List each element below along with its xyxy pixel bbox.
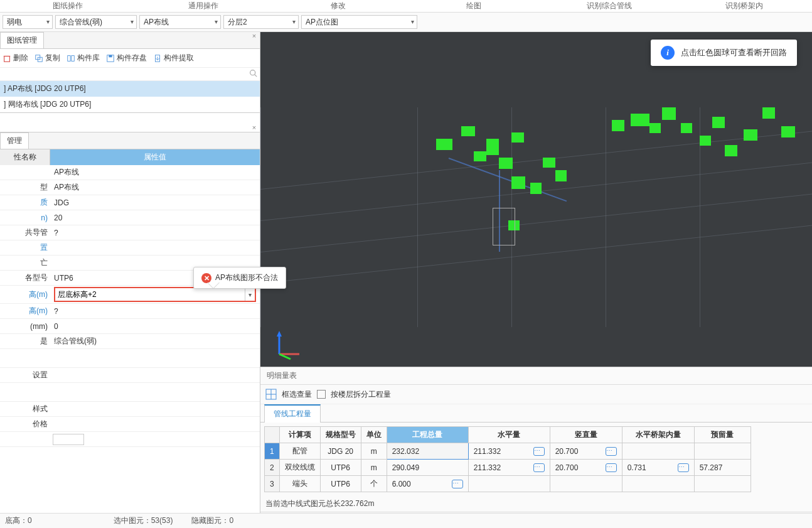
quantity-table: 计算项 规格型号 单位 工程总量 水平量 竖直量 水平桥架内量 预留量 1 配管 <box>264 426 751 492</box>
chevron-down-icon[interactable]: ▾ <box>245 288 255 301</box>
prop-value[interactable]: 综合管线(弱) <box>50 335 260 348</box>
col-total[interactable]: 工程总量 <box>387 427 468 443</box>
col-calc-item[interactable]: 计算项 <box>279 427 320 443</box>
svg-point-9 <box>250 70 255 75</box>
col-spec[interactable]: 规格型号 <box>320 427 361 443</box>
error-tooltip: ✕ AP布线图形不合法 <box>193 267 286 289</box>
prop-name: 是 <box>0 335 50 348</box>
prop-name-end-elev: 高(m) <box>0 304 50 318</box>
prop-name: 各型号 <box>0 271 50 284</box>
prop-name: 型 <box>0 181 50 194</box>
ribbon-tab[interactable]: 图纸操作 <box>0 0 136 12</box>
prop-value[interactable] <box>50 423 260 426</box>
prop-name: 置 <box>0 241 50 254</box>
ribbon-tab[interactable]: 识别综合管线 <box>542 0 677 12</box>
split-floor-label: 按楼层拆分工程量 <box>331 389 391 400</box>
col-reserve[interactable]: 预留量 <box>694 427 751 443</box>
prop-value[interactable] <box>50 262 260 264</box>
header-name: 性名称 <box>0 149 50 165</box>
filter-drawing[interactable]: AP点位图 <box>301 15 417 29</box>
search-input[interactable] <box>0 68 260 81</box>
empty-edit-box[interactable] <box>53 434 84 445</box>
filter-component[interactable]: AP布线 <box>139 15 221 29</box>
list-item[interactable]: ] AP布线 [JDG 20 UTP6] <box>0 81 260 97</box>
elevation-input[interactable]: ▾ <box>54 287 256 302</box>
prop-value[interactable]: AP布线 <box>50 166 260 179</box>
prop-name-start-elev: 高(m) <box>0 288 50 301</box>
tab-drawing-manage[interactable]: 图纸管理 <box>0 32 44 48</box>
table-row[interactable]: 1 配管 JDG 20 m 232.032 211.332⋯ 20.700⋯ <box>265 443 751 460</box>
prop-name <box>0 171 50 174</box>
corner-cell[interactable] <box>265 427 280 443</box>
col-vertical[interactable]: 竖直量 <box>550 427 622 443</box>
property-rows: AP布线 型AP布线 质JDG n)20 共导管? 置 亡 各型号UTP6 高(… <box>0 165 260 447</box>
prop-value[interactable] <box>50 247 260 249</box>
component-extract-button[interactable]: 构件提取 <box>153 53 194 63</box>
svg-rect-7 <box>109 55 112 57</box>
col-bridge[interactable]: 水平桥架内量 <box>622 427 694 443</box>
prop-value[interactable] <box>50 374 260 377</box>
ribbon-tab[interactable]: 通用操作 <box>136 0 271 12</box>
prop-value[interactable] <box>50 408 260 411</box>
svg-line-10 <box>255 75 257 77</box>
ribbon-tab[interactable]: 识别桥架内 <box>676 0 812 12</box>
close-icon[interactable]: × <box>250 124 259 132</box>
prop-name: 共导管 <box>0 226 50 239</box>
detail-title: 明细量表 <box>260 367 812 385</box>
component-lib-button[interactable]: 构件库 <box>67 53 100 63</box>
component-toolbar: 删除 复制 构件库 构件存盘 构件提取 <box>0 49 260 68</box>
more-icon[interactable]: ⋯ <box>606 447 617 456</box>
error-icon: ✕ <box>201 273 211 283</box>
col-unit[interactable]: 单位 <box>361 427 387 443</box>
split-floor-checkbox[interactable] <box>317 390 326 399</box>
prop-value[interactable]: ? <box>50 306 260 317</box>
prop-value[interactable]: AP布线 <box>50 181 260 194</box>
table-row[interactable]: 2 双绞线缆 UTP6 m 290.049 211.332⋯ 20.700⋯ 0… <box>265 460 751 476</box>
prop-name: 设置 <box>0 369 50 382</box>
svg-rect-5 <box>72 55 74 61</box>
viewport-hint: i 点击红色圆球可查看断开回路 <box>651 40 797 66</box>
svg-marker-12 <box>277 331 282 337</box>
more-icon[interactable]: ⋯ <box>533 447 545 456</box>
prop-name: n) <box>0 212 50 224</box>
search-icon <box>249 69 257 77</box>
selected-cell[interactable]: 232.032 <box>387 443 468 460</box>
prop-name: 价格 <box>0 418 50 431</box>
more-icon[interactable]: ⋯ <box>606 463 617 472</box>
prop-value[interactable]: ? <box>50 227 260 239</box>
prop-value[interactable]: 0 <box>50 321 260 332</box>
filter-pipeline[interactable]: 综合管线(弱) <box>55 15 137 29</box>
grid-icon[interactable] <box>265 389 277 400</box>
footer-status: 底高：0 选中图元：53(53) 隐藏图元：0 <box>0 513 812 528</box>
more-icon[interactable]: ⋯ <box>678 463 689 472</box>
copy-button[interactable]: 复制 <box>35 53 60 63</box>
prop-value[interactable]: 20 <box>50 212 260 224</box>
filter-discipline[interactable]: 弱电 <box>3 15 53 29</box>
more-icon[interactable]: ⋯ <box>533 463 545 472</box>
filter-bar: 弱电 综合管线(弱) AP布线 分层2 AP点位图 <box>0 13 812 32</box>
tooltip-text: AP布线图形不合法 <box>215 272 278 283</box>
table-row[interactable]: 3 端头 UTP6 个 6.000⋯ <box>265 476 751 492</box>
filter-floor[interactable]: 分层2 <box>223 15 299 29</box>
prop-value[interactable]: JDG <box>50 197 260 208</box>
property-header: 性名称 属性值 <box>0 149 260 165</box>
ribbon-tab[interactable]: 绘图 <box>406 0 542 12</box>
component-save-button[interactable]: 构件存盘 <box>106 53 147 63</box>
delete-button[interactable]: 删除 <box>3 53 28 63</box>
info-icon: i <box>661 46 675 60</box>
3d-viewport[interactable]: i 点击红色圆球可查看断开回路 <box>260 32 812 367</box>
hint-text: 点击红色圆球可查看断开回路 <box>681 47 787 58</box>
prop-name: 质 <box>0 196 50 209</box>
prop-name: 亡 <box>0 256 50 269</box>
ribbon-tabs: 图纸操作 通用操作 修改 绘图 识别综合管线 识别桥架内 <box>0 0 812 13</box>
axis-gizmo <box>273 329 304 360</box>
close-icon[interactable]: × <box>250 32 259 41</box>
more-icon[interactable]: ⋯ <box>452 480 463 488</box>
header-value[interactable]: 属性值 <box>50 149 260 165</box>
tab-pipeline-quantity[interactable]: 管线工程量 <box>264 404 321 423</box>
tab-property-manage[interactable]: 管理 <box>0 132 29 149</box>
box-select-button[interactable]: 框选查量 <box>282 389 312 400</box>
col-horizontal[interactable]: 水平量 <box>468 427 550 443</box>
list-item[interactable]: ] 网络布线 [JDG 20 UTP6] <box>0 97 260 112</box>
ribbon-tab[interactable]: 修改 <box>270 0 406 12</box>
